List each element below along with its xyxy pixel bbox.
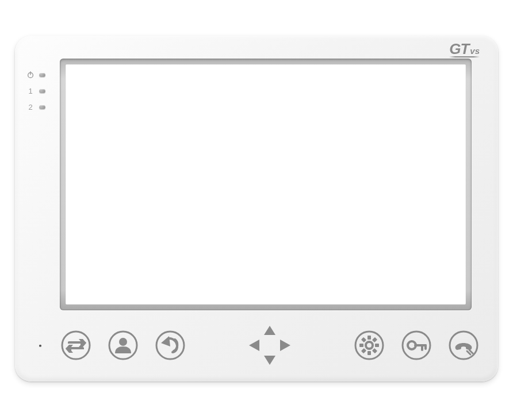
screen-display xyxy=(66,64,466,305)
svg-marker-12 xyxy=(264,356,275,365)
power-icon xyxy=(26,71,35,79)
svg-marker-14 xyxy=(280,340,290,351)
svg-point-9 xyxy=(156,332,184,359)
svg-rect-23 xyxy=(361,337,366,342)
transfer-button[interactable] xyxy=(60,329,92,361)
led-indicator xyxy=(39,89,45,93)
intercom-monitor-device: GT vs 1 2 xyxy=(15,36,498,382)
brand-secondary: vs xyxy=(470,47,480,55)
brand-primary: GT xyxy=(449,41,469,56)
led-indicator xyxy=(39,73,45,77)
svg-point-8 xyxy=(119,338,127,346)
led-label-2: 2 xyxy=(26,103,35,111)
talk-button[interactable] xyxy=(447,329,480,361)
brand-underline xyxy=(449,56,480,57)
led-label-1: 1 xyxy=(26,87,35,95)
back-button[interactable] xyxy=(154,329,186,361)
led-indicator xyxy=(39,105,45,109)
svg-rect-22 xyxy=(361,348,366,353)
svg-rect-18 xyxy=(367,351,371,355)
led-channel-2-row: 2 xyxy=(26,102,45,111)
led-power-row xyxy=(26,70,45,79)
screen-bezel xyxy=(60,59,472,310)
status-led-column: 1 2 xyxy=(26,70,45,111)
monitor-button[interactable] xyxy=(107,329,139,361)
svg-rect-19 xyxy=(359,344,363,347)
microphone-hole xyxy=(39,345,41,347)
settings-button[interactable] xyxy=(353,329,385,361)
led-channel-1-row: 1 xyxy=(26,86,45,95)
svg-point-16 xyxy=(366,342,373,349)
svg-rect-20 xyxy=(375,344,379,347)
svg-rect-24 xyxy=(372,348,377,353)
svg-marker-13 xyxy=(249,340,259,351)
brand-logo: GT vs xyxy=(449,41,480,56)
svg-rect-17 xyxy=(367,336,371,340)
navigation-dpad[interactable] xyxy=(242,325,297,366)
svg-marker-11 xyxy=(264,326,275,335)
front-button-row xyxy=(60,325,480,365)
unlock-button[interactable] xyxy=(400,329,432,361)
svg-rect-21 xyxy=(372,337,377,342)
svg-point-2 xyxy=(62,332,90,359)
right-button-group xyxy=(353,329,480,361)
left-button-group xyxy=(60,329,186,361)
